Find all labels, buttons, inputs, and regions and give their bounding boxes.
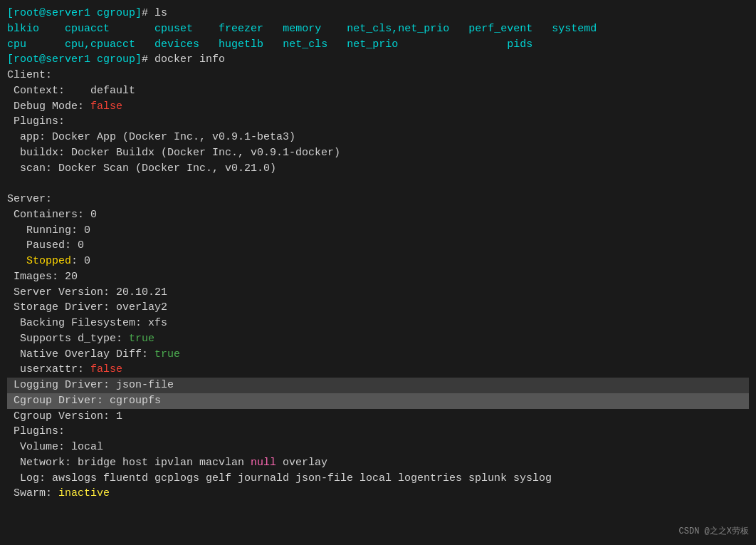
supports-dtype-line: Supports d_type: true (7, 331, 749, 347)
plugin-scan-line: scan: Docker Scan (Docker Inc., v0.21.0) (7, 161, 749, 177)
containers-line: Containers: 0 (7, 207, 749, 223)
context-line: Context: default (7, 83, 749, 99)
log-line: Log: awslogs fluentd gcplogs gelf journa… (7, 471, 749, 487)
prompt-ls: [root@server1 cgroup]# ls (7, 6, 749, 21)
cgroup-driver-line: Cgroup Driver: cgroupfs (7, 393, 749, 409)
client-header: Client: (7, 68, 749, 83)
watermark-label: CSDN @之之X劳板 (679, 526, 749, 538)
logging-driver-line: Logging Driver: json-file (7, 378, 749, 393)
network-line: Network: bridge host ipvlan macvlan null… (7, 455, 749, 471)
plugin-buildx-line: buildx: Docker Buildx (Docker Inc., v0.9… (7, 145, 749, 161)
images-line: Images: 20 (7, 269, 749, 285)
plugin-app-line: app: Docker App (Docker Inc., v0.9.1-bet… (7, 130, 749, 145)
backing-fs-line: Backing Filesystem: xfs (7, 316, 749, 331)
prompt-docker-info: [root@server1 cgroup]# docker info (7, 52, 749, 68)
ls-output-row1: blkio cpuacct cpuset freezer memory net_… (7, 21, 749, 37)
server-version-line: Server Version: 20.10.21 (7, 285, 749, 301)
plugins2-header: Plugins: (7, 424, 749, 440)
ls-output-row2: cpu cpu,cpuacct devices hugetlb net_cls … (7, 37, 749, 53)
swarm-line: Swarm: inactive (7, 486, 749, 502)
running-line: Running: 0 (7, 223, 749, 239)
stopped-line: Stopped: 0 (7, 254, 749, 269)
storage-driver-line: Storage Driver: overlay2 (7, 300, 749, 316)
userxattr-line: userxattr: false (7, 362, 749, 378)
paused-line: Paused: 0 (7, 238, 749, 254)
terminal: [root@server1 cgroup]# ls blkio cpuacct … (7, 6, 749, 502)
blank-line (7, 176, 749, 192)
volume-line: Volume: local (7, 440, 749, 455)
native-overlay-line: Native Overlay Diff: true (7, 347, 749, 363)
debug-mode-line: Debug Mode: false (7, 99, 749, 115)
server-header: Server: (7, 192, 749, 207)
cgroup-version-line: Cgroup Version: 1 (7, 409, 749, 425)
plugins-header: Plugins: (7, 114, 749, 130)
